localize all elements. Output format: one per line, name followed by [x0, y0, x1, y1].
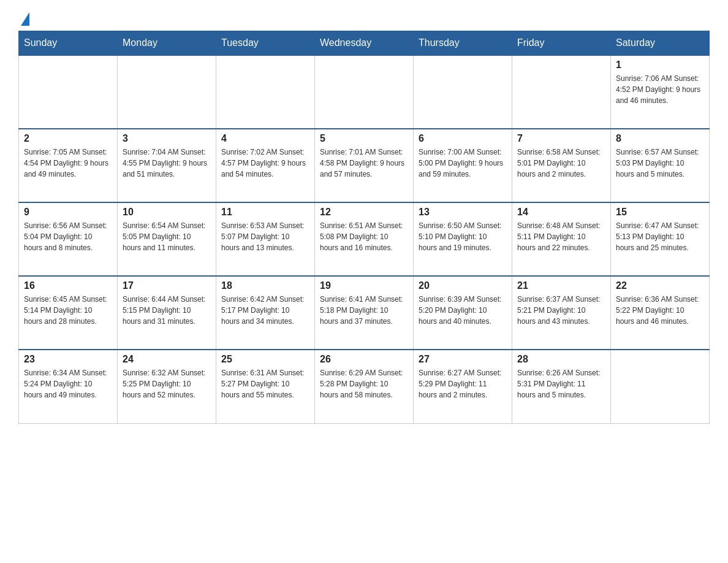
day-number: 27	[419, 354, 507, 365]
day-number: 5	[320, 133, 408, 144]
calendar-cell: 23Sunrise: 6:34 AM Sunset: 5:24 PM Dayli…	[19, 350, 118, 423]
day-info: Sunrise: 6:27 AM Sunset: 5:29 PM Dayligh…	[419, 367, 507, 400]
day-info: Sunrise: 6:37 AM Sunset: 5:21 PM Dayligh…	[517, 294, 605, 327]
calendar-cell: 12Sunrise: 6:51 AM Sunset: 5:08 PM Dayli…	[315, 202, 414, 276]
day-info: Sunrise: 6:34 AM Sunset: 5:24 PM Dayligh…	[24, 367, 112, 400]
day-info: Sunrise: 6:32 AM Sunset: 5:25 PM Dayligh…	[123, 367, 211, 400]
calendar-header: SundayMondayTuesdayWednesdayThursdayFrid…	[19, 31, 710, 56]
day-info: Sunrise: 6:58 AM Sunset: 5:01 PM Dayligh…	[517, 147, 605, 180]
logo-triangle-icon	[21, 12, 29, 26]
day-info: Sunrise: 6:57 AM Sunset: 5:03 PM Dayligh…	[616, 147, 704, 180]
day-number: 24	[123, 354, 211, 365]
day-number: 2	[24, 133, 112, 144]
page-header	[18, 12, 710, 25]
day-info: Sunrise: 7:00 AM Sunset: 5:00 PM Dayligh…	[419, 147, 507, 180]
calendar-cell	[414, 55, 512, 129]
day-number: 26	[320, 354, 408, 365]
day-number: 28	[517, 354, 605, 365]
day-info: Sunrise: 6:45 AM Sunset: 5:14 PM Dayligh…	[24, 294, 112, 327]
calendar-cell: 20Sunrise: 6:39 AM Sunset: 5:20 PM Dayli…	[414, 276, 512, 350]
header-sunday: Sunday	[19, 31, 118, 56]
day-number: 21	[517, 280, 605, 291]
calendar-cell: 14Sunrise: 6:48 AM Sunset: 5:11 PM Dayli…	[512, 202, 611, 276]
calendar-cell: 17Sunrise: 6:44 AM Sunset: 5:15 PM Dayli…	[118, 276, 216, 350]
day-info: Sunrise: 6:53 AM Sunset: 5:07 PM Dayligh…	[221, 220, 309, 253]
day-number: 17	[123, 280, 211, 291]
day-number: 9	[24, 207, 112, 218]
header-saturday: Saturday	[611, 31, 710, 56]
calendar-cell: 18Sunrise: 6:42 AM Sunset: 5:17 PM Dayli…	[216, 276, 315, 350]
logo	[18, 12, 29, 25]
day-info: Sunrise: 7:01 AM Sunset: 4:58 PM Dayligh…	[320, 147, 408, 180]
day-number: 22	[616, 280, 704, 291]
day-headers-row: SundayMondayTuesdayWednesdayThursdayFrid…	[19, 31, 710, 56]
calendar-cell: 28Sunrise: 6:26 AM Sunset: 5:31 PM Dayli…	[512, 350, 611, 423]
day-info: Sunrise: 6:29 AM Sunset: 5:28 PM Dayligh…	[320, 367, 408, 400]
calendar-cell: 5Sunrise: 7:01 AM Sunset: 4:58 PM Daylig…	[315, 129, 414, 202]
day-info: Sunrise: 6:44 AM Sunset: 5:15 PM Dayligh…	[123, 294, 211, 327]
day-info: Sunrise: 7:02 AM Sunset: 4:57 PM Dayligh…	[221, 147, 309, 180]
calendar-cell	[611, 350, 710, 423]
day-number: 19	[320, 280, 408, 291]
calendar-cell: 7Sunrise: 6:58 AM Sunset: 5:01 PM Daylig…	[512, 129, 611, 202]
calendar-cell: 6Sunrise: 7:00 AM Sunset: 5:00 PM Daylig…	[414, 129, 512, 202]
calendar-cell: 8Sunrise: 6:57 AM Sunset: 5:03 PM Daylig…	[611, 129, 710, 202]
week-row-1: 1Sunrise: 7:06 AM Sunset: 4:52 PM Daylig…	[19, 55, 710, 129]
calendar-cell: 21Sunrise: 6:37 AM Sunset: 5:21 PM Dayli…	[512, 276, 611, 350]
calendar-cell: 1Sunrise: 7:06 AM Sunset: 4:52 PM Daylig…	[611, 55, 710, 129]
header-tuesday: Tuesday	[216, 31, 315, 56]
day-number: 11	[221, 207, 309, 218]
calendar-cell: 10Sunrise: 6:54 AM Sunset: 5:05 PM Dayli…	[118, 202, 216, 276]
calendar-cell	[216, 55, 315, 129]
day-info: Sunrise: 6:48 AM Sunset: 5:11 PM Dayligh…	[517, 220, 605, 253]
calendar-cell: 11Sunrise: 6:53 AM Sunset: 5:07 PM Dayli…	[216, 202, 315, 276]
week-row-3: 9Sunrise: 6:56 AM Sunset: 5:04 PM Daylig…	[19, 202, 710, 276]
day-number: 12	[320, 207, 408, 218]
day-info: Sunrise: 7:06 AM Sunset: 4:52 PM Dayligh…	[616, 73, 704, 106]
day-info: Sunrise: 6:54 AM Sunset: 5:05 PM Dayligh…	[123, 220, 211, 253]
day-info: Sunrise: 6:36 AM Sunset: 5:22 PM Dayligh…	[616, 294, 704, 327]
day-info: Sunrise: 6:51 AM Sunset: 5:08 PM Dayligh…	[320, 220, 408, 253]
day-number: 4	[221, 133, 309, 144]
header-thursday: Thursday	[414, 31, 512, 56]
day-number: 15	[616, 207, 704, 218]
calendar-body: 1Sunrise: 7:06 AM Sunset: 4:52 PM Daylig…	[19, 55, 710, 423]
day-info: Sunrise: 6:26 AM Sunset: 5:31 PM Dayligh…	[517, 367, 605, 400]
day-info: Sunrise: 7:05 AM Sunset: 4:54 PM Dayligh…	[24, 147, 112, 180]
calendar-cell	[19, 55, 118, 129]
day-number: 8	[616, 133, 704, 144]
calendar-cell: 16Sunrise: 6:45 AM Sunset: 5:14 PM Dayli…	[19, 276, 118, 350]
calendar-cell	[512, 55, 611, 129]
calendar-cell: 24Sunrise: 6:32 AM Sunset: 5:25 PM Dayli…	[118, 350, 216, 423]
day-number: 20	[419, 280, 507, 291]
day-number: 6	[419, 133, 507, 144]
day-number: 13	[419, 207, 507, 218]
day-number: 16	[24, 280, 112, 291]
day-number: 3	[123, 133, 211, 144]
day-info: Sunrise: 6:47 AM Sunset: 5:13 PM Dayligh…	[616, 220, 704, 253]
day-number: 25	[221, 354, 309, 365]
day-info: Sunrise: 6:50 AM Sunset: 5:10 PM Dayligh…	[419, 220, 507, 253]
day-number: 14	[517, 207, 605, 218]
calendar-cell	[118, 55, 216, 129]
day-info: Sunrise: 6:56 AM Sunset: 5:04 PM Dayligh…	[24, 220, 112, 253]
week-row-2: 2Sunrise: 7:05 AM Sunset: 4:54 PM Daylig…	[19, 129, 710, 202]
calendar-cell: 9Sunrise: 6:56 AM Sunset: 5:04 PM Daylig…	[19, 202, 118, 276]
calendar-cell: 25Sunrise: 6:31 AM Sunset: 5:27 PM Dayli…	[216, 350, 315, 423]
day-number: 7	[517, 133, 605, 144]
calendar-cell: 22Sunrise: 6:36 AM Sunset: 5:22 PM Dayli…	[611, 276, 710, 350]
day-number: 18	[221, 280, 309, 291]
day-info: Sunrise: 6:42 AM Sunset: 5:17 PM Dayligh…	[221, 294, 309, 327]
header-monday: Monday	[118, 31, 216, 56]
calendar-cell: 19Sunrise: 6:41 AM Sunset: 5:18 PM Dayli…	[315, 276, 414, 350]
calendar-cell: 13Sunrise: 6:50 AM Sunset: 5:10 PM Dayli…	[414, 202, 512, 276]
day-info: Sunrise: 6:41 AM Sunset: 5:18 PM Dayligh…	[320, 294, 408, 327]
calendar-cell: 4Sunrise: 7:02 AM Sunset: 4:57 PM Daylig…	[216, 129, 315, 202]
calendar-cell: 26Sunrise: 6:29 AM Sunset: 5:28 PM Dayli…	[315, 350, 414, 423]
calendar-cell: 2Sunrise: 7:05 AM Sunset: 4:54 PM Daylig…	[19, 129, 118, 202]
day-number: 23	[24, 354, 112, 365]
day-number: 1	[616, 59, 704, 71]
day-number: 10	[123, 207, 211, 218]
calendar-cell: 3Sunrise: 7:04 AM Sunset: 4:55 PM Daylig…	[118, 129, 216, 202]
calendar-cell	[315, 55, 414, 129]
